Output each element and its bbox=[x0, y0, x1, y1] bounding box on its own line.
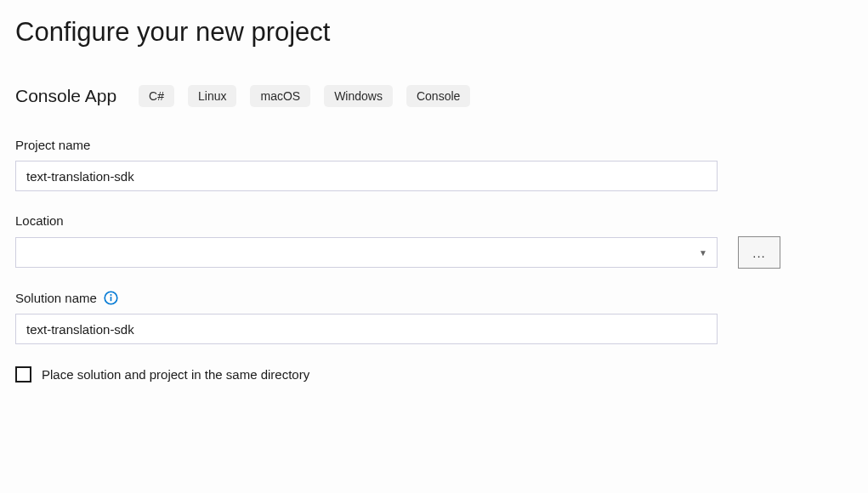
svg-point-1 bbox=[110, 294, 111, 296]
same-directory-checkbox[interactable] bbox=[15, 366, 31, 382]
page-title: Configure your new project bbox=[15, 17, 853, 48]
info-icon[interactable] bbox=[104, 291, 118, 305]
project-name-input[interactable] bbox=[15, 161, 718, 191]
svg-rect-2 bbox=[111, 297, 112, 301]
solution-name-input[interactable] bbox=[15, 314, 718, 344]
tag-csharp: C# bbox=[139, 85, 174, 107]
tag-console: Console bbox=[406, 85, 470, 107]
tag-macos: macOS bbox=[250, 85, 310, 107]
solution-name-block: Solution name bbox=[15, 291, 853, 344]
tag-windows: Windows bbox=[324, 85, 393, 107]
project-name-block: Project name bbox=[15, 138, 853, 191]
browse-button[interactable]: ... bbox=[738, 236, 780, 269]
solution-name-label-text: Solution name bbox=[15, 291, 97, 305]
location-block: Location ▼ ... bbox=[15, 213, 853, 269]
same-directory-label: Place solution and project in the same d… bbox=[42, 367, 309, 382]
solution-name-label: Solution name bbox=[15, 291, 853, 305]
same-directory-row: Place solution and project in the same d… bbox=[15, 366, 853, 382]
location-input[interactable] bbox=[15, 237, 718, 268]
template-row: Console App C# Linux macOS Windows Conso… bbox=[15, 85, 853, 107]
tag-linux: Linux bbox=[188, 85, 236, 107]
template-name: Console App bbox=[15, 86, 116, 106]
project-name-label: Project name bbox=[15, 138, 853, 152]
location-label: Location bbox=[15, 213, 853, 228]
